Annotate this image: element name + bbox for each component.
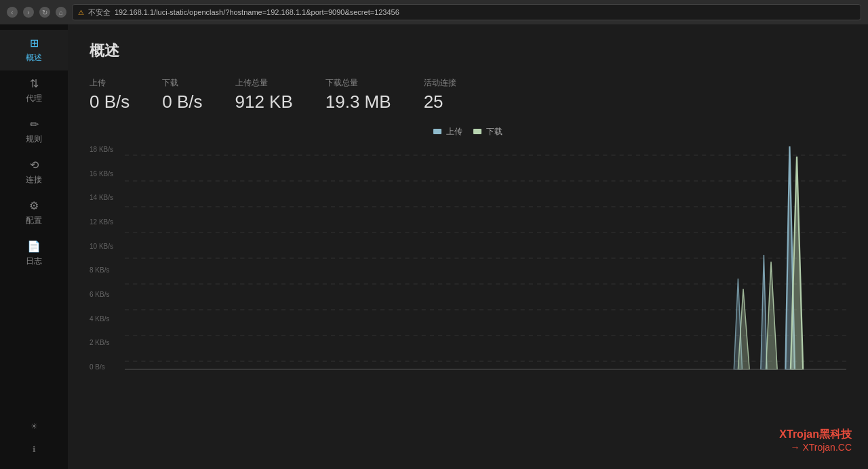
y-label-10: 10 KB/s [90,243,119,250]
stat-upload-value: 0 B/s [90,91,130,113]
main-content: 概述 上传 0 B/s 下载 0 B/s 上传总量 912 KB 下载总量 19… [68,24,868,469]
y-label-14: 14 KB/s [90,194,119,201]
logs-icon: 📄 [27,240,41,253]
y-label-6: 6 KB/s [90,291,119,298]
legend-upload-dot [433,129,441,134]
sidebar-item-overview[interactable]: ⊞ 概述 [0,30,68,70]
info-icon: ℹ [33,445,36,454]
legend-download: 下载 [473,126,502,138]
download-spike-2 [766,262,777,369]
sidebar-item-proxy[interactable]: ⇅ 代理 [0,70,68,111]
sidebar: ⊞ 概述 ⇅ 代理 ✏ 规则 ⟲ 连接 ⚙ 配置 📄 日志 ☀ ℹ [0,24,68,469]
theme-button[interactable]: ☀ [0,415,68,438]
security-icon: ⚠ [78,9,84,16]
home-button[interactable]: ⌂ [56,7,66,18]
y-label-4: 4 KB/s [90,315,119,323]
stat-active-connections-label: 活动连接 [424,77,456,89]
stat-download-label: 下载 [162,77,202,89]
upload-spike-2 [761,255,767,369]
sidebar-label-rules: 规则 [26,134,42,145]
y-label-12: 12 KB/s [90,218,119,226]
sidebar-item-logs[interactable]: 📄 日志 [0,233,68,274]
chart-body: 18 KB/s 16 KB/s 14 KB/s 12 KB/s 10 KB/s … [90,143,846,373]
stat-active-connections-value: 25 [424,91,456,113]
sidebar-label-logs: 日志 [26,256,42,267]
sidebar-label-proxy: 代理 [26,93,42,104]
y-axis: 18 KB/s 16 KB/s 14 KB/s 12 KB/s 10 KB/s … [90,143,125,373]
stat-upload-total-label: 上传总量 [235,77,293,89]
stat-download-total: 下载总量 19.3 MB [326,77,391,113]
url-bar[interactable]: ⚠ 不安全 192.168.1.1/luci-static/openclash/… [72,4,861,20]
proxy-icon: ⇅ [30,77,39,90]
y-label-2: 2 KB/s [90,339,119,346]
stat-active-connections: 活动连接 25 [424,77,456,113]
sidebar-item-settings[interactable]: ⚙ 配置 [0,192,68,233]
stat-download-total-label: 下载总量 [326,77,391,89]
chart-container: 上传 下载 18 KB/s 16 KB/s 14 KB/s 12 KB/s 10… [90,126,846,373]
legend-download-label: 下载 [486,127,502,136]
legend-upload: 上传 [433,126,462,138]
y-label-8: 8 KB/s [90,266,119,274]
connections-icon: ⟲ [30,159,39,171]
stat-upload: 上传 0 B/s [90,77,130,113]
url-text: 192.168.1.1/luci-static/openclash/?hostn… [115,8,399,16]
chart-legend: 上传 下载 [90,126,846,138]
sidebar-label-overview: 概述 [26,52,42,64]
reload-button[interactable]: ↻ [39,7,50,18]
chart-svg-container [125,143,846,373]
browser-chrome: ‹ › ↻ ⌂ ⚠ 不安全 192.168.1.1/luci-static/op… [0,0,868,24]
overview-icon: ⊞ [30,37,39,49]
legend-upload-label: 上传 [446,127,462,136]
stat-download: 下载 0 B/s [162,77,202,113]
rules-icon: ✏ [30,118,39,131]
sidebar-item-rules[interactable]: ✏ 规则 [0,111,68,152]
forward-button[interactable]: › [23,7,34,18]
y-label-0: 0 B/s [90,363,119,371]
sidebar-label-connections: 连接 [26,174,42,186]
theme-icon: ☀ [31,422,38,431]
sidebar-bottom: ☀ ℹ [0,415,68,469]
security-warning: 不安全 [88,7,111,18]
sidebar-item-connections[interactable]: ⟲ 连接 [0,152,68,192]
stat-upload-label: 上传 [90,77,130,89]
y-label-16: 16 KB/s [90,170,119,178]
stat-download-value: 0 B/s [162,91,202,113]
sidebar-label-settings: 配置 [26,215,42,226]
app-container: ⊞ 概述 ⇅ 代理 ✏ 规则 ⟲ 连接 ⚙ 配置 📄 日志 ☀ ℹ [0,24,868,469]
back-button[interactable]: ‹ [7,7,18,18]
stat-upload-total-value: 912 KB [235,91,293,113]
stat-upload-total: 上传总量 912 KB [235,77,293,113]
y-label-18: 18 KB/s [90,146,119,153]
settings-icon: ⚙ [29,199,39,212]
stat-download-total-value: 19.3 MB [326,91,391,113]
info-button[interactable]: ℹ [0,438,68,461]
page-title: 概述 [90,41,846,61]
chart-svg [125,143,846,373]
legend-download-dot [473,129,481,134]
stats-row: 上传 0 B/s 下载 0 B/s 上传总量 912 KB 下载总量 19.3 … [90,77,846,113]
